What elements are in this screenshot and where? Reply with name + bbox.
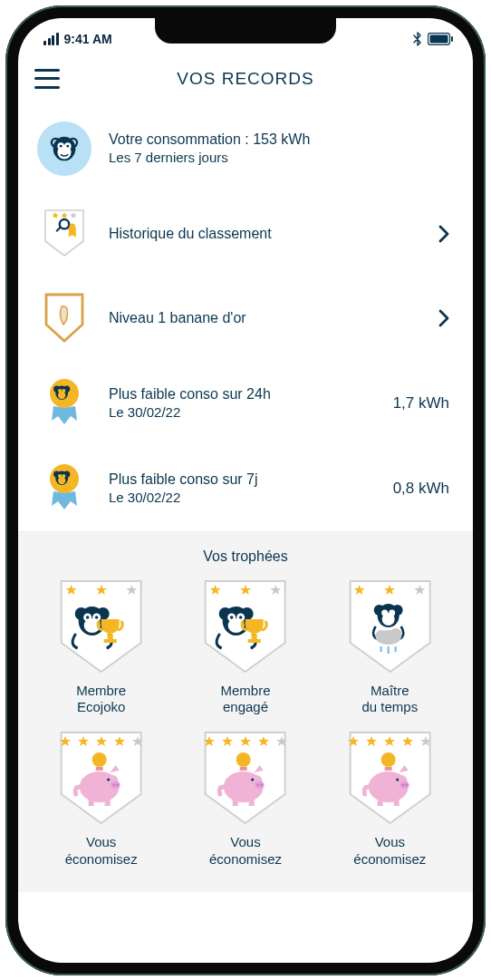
consumption-row: Votre consommation : 153 kWh Les 7 derni… <box>18 105 473 192</box>
svg-rect-70 <box>89 800 94 806</box>
medal-icon <box>36 462 92 515</box>
record-24h-line2: Le 30/02/22 <box>109 404 377 420</box>
record-7d-value: 0,8 kWh <box>393 480 449 498</box>
svg-point-28 <box>58 474 62 478</box>
svg-point-69 <box>107 779 110 781</box>
trophy-stars <box>323 736 457 747</box>
svg-point-58 <box>389 628 401 641</box>
record-24h-row: Plus faible conso sur 24h Le 30/02/22 1,… <box>18 361 473 446</box>
history-label: Historique du classement <box>109 226 422 242</box>
svg-point-14 <box>61 220 68 228</box>
phone-frame: 9:41 AM VOS RECORDS <box>5 5 486 975</box>
trophy-stars <box>178 736 312 747</box>
consumption-line1: Votre consommation : 153 kWh <box>109 131 449 148</box>
trophy-5[interactable]: Vous économisez <box>323 729 457 868</box>
trophy-label: Vous économisez <box>209 834 282 868</box>
svg-point-12 <box>66 144 69 147</box>
trophy-stars <box>34 736 168 747</box>
svg-rect-71 <box>105 800 111 806</box>
history-row[interactable]: Historique du classement <box>18 192 473 276</box>
trophy-3[interactable]: Vous économisez <box>34 729 168 868</box>
svg-rect-15 <box>70 223 75 228</box>
menu-button[interactable] <box>34 69 62 89</box>
trophy-1[interactable]: Membre engagé <box>178 577 312 717</box>
svg-point-89 <box>396 779 399 781</box>
trophy-stars <box>178 585 312 596</box>
svg-point-88 <box>405 784 407 786</box>
svg-rect-63 <box>96 767 103 771</box>
record-7d-line2: Le 30/02/22 <box>109 490 377 505</box>
trophy-badge-icon <box>323 729 457 829</box>
svg-point-36 <box>86 616 90 619</box>
svg-rect-90 <box>377 800 382 806</box>
chevron-right-icon <box>438 309 449 327</box>
trophy-grid: Membre Ecojoko Membre engagé <box>34 577 457 868</box>
trophy-badge-icon <box>34 577 168 677</box>
bluetooth-icon <box>413 32 422 46</box>
trophy-0[interactable]: Membre Ecojoko <box>34 577 168 717</box>
status-time: 9:41 AM <box>64 32 112 46</box>
trophy-badge-icon <box>178 729 312 829</box>
trophy-stars <box>34 585 168 596</box>
svg-rect-38 <box>108 634 113 639</box>
svg-point-11 <box>60 144 63 147</box>
svg-rect-81 <box>249 800 255 806</box>
svg-rect-49 <box>248 639 261 643</box>
trophy-badge-icon <box>34 729 168 829</box>
svg-point-72 <box>236 752 251 767</box>
trophy-badge-icon <box>323 577 457 677</box>
record-24h-line1: Plus faible conso sur 24h <box>109 386 377 403</box>
header: VOS RECORDS <box>18 51 473 105</box>
svg-point-82 <box>380 752 395 767</box>
svg-point-47 <box>239 616 243 619</box>
svg-point-86 <box>400 781 409 789</box>
battery-icon <box>428 33 453 45</box>
svg-rect-91 <box>393 800 399 806</box>
svg-point-37 <box>95 616 99 619</box>
trophy-4[interactable]: Vous économisez <box>178 729 312 868</box>
record-24h-value: 1,7 kWh <box>393 394 449 412</box>
phone-screen: 9:41 AM VOS RECORDS <box>18 18 473 963</box>
trophy-label: Vous économisez <box>65 834 138 868</box>
trophy-2[interactable]: Maître du temps <box>323 577 457 717</box>
svg-rect-83 <box>384 767 391 771</box>
svg-rect-73 <box>240 767 247 771</box>
page-title: VOS RECORDS <box>177 69 313 89</box>
svg-point-66 <box>111 781 120 789</box>
svg-point-29 <box>62 474 65 478</box>
trophy-stars <box>323 585 457 596</box>
monkey-avatar-icon <box>37 121 91 176</box>
svg-point-87 <box>401 784 403 786</box>
svg-point-46 <box>230 616 234 619</box>
chevron-right-icon <box>438 225 449 243</box>
badge-history-icon <box>36 209 92 259</box>
banana-shield-icon <box>36 292 92 344</box>
svg-rect-1 <box>451 36 453 42</box>
signal-icon <box>43 33 59 45</box>
trophies-title: Vos trophées <box>34 548 457 565</box>
svg-point-57 <box>375 630 386 641</box>
svg-rect-48 <box>252 634 257 639</box>
svg-point-79 <box>251 779 254 781</box>
record-7d-line1: Plus faible conso sur 7j <box>109 471 377 488</box>
svg-point-21 <box>58 389 62 393</box>
consumption-line2: Les 7 derniers jours <box>109 150 449 165</box>
record-7d-row: Plus faible conso sur 7j Le 30/02/22 0,8… <box>18 446 473 531</box>
svg-point-27 <box>58 476 65 483</box>
svg-point-62 <box>92 752 107 767</box>
level-row[interactable]: Niveau 1 banane d'or <box>18 276 473 361</box>
svg-point-55 <box>389 609 395 616</box>
trophy-label: Membre Ecojoko <box>76 683 126 717</box>
svg-point-22 <box>62 389 65 393</box>
svg-point-20 <box>58 391 65 398</box>
svg-point-76 <box>255 781 265 789</box>
level-label: Niveau 1 banane d'or <box>109 310 422 326</box>
svg-point-67 <box>113 784 115 786</box>
svg-point-77 <box>257 784 259 786</box>
svg-point-54 <box>381 609 388 616</box>
svg-rect-2 <box>430 34 448 43</box>
trophies-section: Vos trophées Membre Ecojoko <box>18 531 473 892</box>
trophy-label: Membre engagé <box>220 683 270 717</box>
svg-rect-39 <box>104 639 117 643</box>
svg-point-68 <box>117 784 119 786</box>
